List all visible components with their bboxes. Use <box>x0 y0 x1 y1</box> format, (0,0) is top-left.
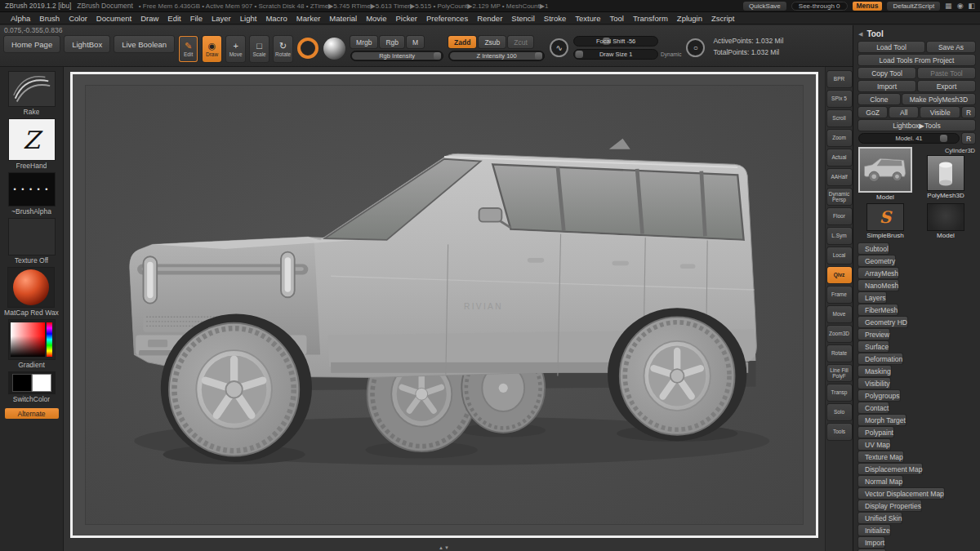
model2-tool-thumb[interactable]: Model <box>916 203 975 239</box>
m-button[interactable]: M <box>407 36 424 48</box>
tool-section[interactable]: Surface <box>858 341 889 352</box>
stroke-icon[interactable]: ∿ <box>550 38 568 57</box>
move-mode-button[interactable]: + Move <box>226 36 245 62</box>
brush-thumbnail[interactable] <box>8 71 56 107</box>
tool-section[interactable]: Layers <box>858 292 886 303</box>
material-thumbnail[interactable] <box>7 267 55 308</box>
goz-button[interactable]: GoZ <box>858 107 887 118</box>
tool-section[interactable]: Deformation <box>858 353 902 364</box>
tool-section[interactable]: Polygroups <box>858 390 900 401</box>
menu-item[interactable]: Texture <box>571 13 604 24</box>
current-alpha-selector[interactable]: • • • • • ~BrushAlpha <box>8 172 56 216</box>
current-material-selector[interactable]: MatCap Red Wax <box>4 267 59 317</box>
menu-item[interactable]: Zscript <box>707 13 739 24</box>
tool-section[interactable]: Unified Skin <box>858 513 902 523</box>
shelf-button[interactable]: BPR <box>827 71 852 87</box>
shelf-button[interactable]: Frame <box>827 287 852 303</box>
rgb-intensity-slider[interactable]: Rgb Intensity <box>350 51 443 61</box>
current-material-sphere[interactable] <box>323 38 345 60</box>
shelf-button[interactable]: SPix 5 <box>827 91 852 107</box>
alpha-thumbnail[interactable]: • • • • • <box>8 172 56 207</box>
tool-section[interactable]: Vector Displacement Map <box>858 488 944 499</box>
simplebrush-tool-thumb[interactable]: S SimpleBrush <box>858 203 912 239</box>
saturation-value-box[interactable] <box>11 322 45 357</box>
lightbox-tools-button[interactable]: Lightbox▶Tools <box>858 120 975 131</box>
switch-color-control[interactable]: SwitchColor <box>8 371 56 403</box>
shelf-button[interactable]: Transp <box>827 384 852 401</box>
menu-item[interactable]: Picker <box>392 13 421 24</box>
shelf-button[interactable]: Dynamic Persp <box>827 189 852 205</box>
zsub-button[interactable]: Zsub <box>479 36 506 48</box>
focal-shift-slider[interactable]: Focal Shift -56 <box>573 36 658 47</box>
clone-button[interactable]: Clone <box>858 94 900 104</box>
current-tool-thumb[interactable]: Model <box>858 147 912 201</box>
lightbox-button[interactable]: LightBox <box>65 36 109 52</box>
tool-section[interactable]: Geometry <box>858 256 895 266</box>
load-tool-button[interactable]: Load Tool <box>858 42 924 52</box>
menu-item[interactable]: Layer <box>207 13 235 24</box>
menu-item[interactable]: Stroke <box>540 13 570 24</box>
default-zscript-button[interactable]: DefaultZScript <box>887 2 940 11</box>
tool-section[interactable]: Morph Target <box>858 415 906 425</box>
stroke-thumbnail[interactable]: Z <box>8 118 56 161</box>
shelf-button[interactable]: Zoom3D <box>827 326 852 342</box>
goz-visible-button[interactable]: Visible <box>920 107 960 118</box>
z-intensity-slider[interactable]: Z Intensity 100 <box>448 51 545 61</box>
shelf-button[interactable]: Solo <box>827 404 852 420</box>
texture-thumbnail[interactable] <box>8 218 56 256</box>
export-button[interactable]: Export <box>918 81 975 91</box>
color-wheel-icon[interactable]: ◉ <box>957 2 964 10</box>
draw-size-slider[interactable]: Draw Size 1 <box>573 49 658 60</box>
collapse-arrow-icon[interactable]: ◀ <box>858 31 862 38</box>
menu-item[interactable]: Transform <box>629 13 672 24</box>
tool-section[interactable]: Subtool <box>858 243 889 254</box>
menu-item[interactable]: Render <box>473 13 506 24</box>
current-stroke-selector[interactable]: Z FreeHand <box>8 118 56 170</box>
tool-section[interactable]: FiberMesh <box>858 304 898 315</box>
suv-model[interactable]: RIVIAN <box>86 86 803 524</box>
model2-preview[interactable] <box>927 203 964 231</box>
current-tool-preview[interactable] <box>858 147 912 193</box>
tool-section[interactable]: Masking <box>858 366 891 376</box>
goz-all-button[interactable]: All <box>889 107 918 118</box>
shelf-button[interactable]: AAHalf <box>827 169 852 185</box>
save-as-button[interactable]: Save As <box>927 42 975 52</box>
load-tools-from-project-button[interactable]: Load Tools From Project <box>858 55 975 65</box>
menu-item[interactable]: Document <box>92 13 136 24</box>
shelf-button[interactable]: Floor <box>827 208 852 224</box>
menu-item[interactable]: Light <box>236 13 261 24</box>
see-through-slider[interactable]: See-through 0 <box>791 2 848 11</box>
grid-icon[interactable]: ▦ <box>945 2 952 10</box>
live-boolean-button[interactable]: Live Boolean <box>114 36 174 52</box>
menu-item[interactable]: Movie <box>362 13 390 24</box>
import-button[interactable]: Import <box>858 81 915 91</box>
rgb-button[interactable]: Rgb <box>380 36 404 48</box>
tool-section[interactable]: Normal Map <box>858 476 902 487</box>
tool-section[interactable]: Texture Map <box>858 451 903 462</box>
current-brush-icon[interactable] <box>297 38 318 59</box>
paste-tool-button[interactable]: Paste Tool <box>918 68 975 78</box>
tool-section[interactable]: Displacement Map <box>858 464 922 474</box>
cylinder-tool-thumb[interactable]: Cylinder3D PolyMesh3D <box>916 147 975 201</box>
color-picker-thumbnail[interactable] <box>8 319 56 360</box>
document-area[interactable]: RIVIAN <box>85 85 804 525</box>
draw-mode-button[interactable]: ◉ Draw <box>203 36 221 62</box>
menu-item[interactable]: Preferences <box>422 13 472 24</box>
menu-item[interactable]: Zplugin <box>673 13 706 24</box>
color-picker[interactable]: Gradient <box>8 319 56 369</box>
simplebrush-preview[interactable]: S <box>866 203 904 231</box>
tool-section[interactable]: Preview <box>858 329 889 340</box>
shelf-button[interactable]: Actual <box>827 149 852 166</box>
menu-item[interactable]: Marker <box>292 13 325 24</box>
shelf-button[interactable]: Rotate <box>827 345 852 362</box>
copy-tool-button[interactable]: Copy Tool <box>858 68 915 78</box>
menu-item[interactable]: Material <box>325 13 361 24</box>
tool-section[interactable]: Geometry HD <box>858 317 907 327</box>
current-brush-selector[interactable]: Rake <box>8 71 56 116</box>
shelf-button[interactable]: Scroll <box>827 110 852 127</box>
tool-section[interactable]: Polypaint <box>858 427 893 438</box>
tool-section[interactable]: ArrayMesh <box>858 268 898 278</box>
tool-section[interactable]: Display Properties <box>858 500 921 511</box>
hue-bar[interactable] <box>47 322 52 357</box>
dynamic-label[interactable]: Dynamic <box>661 51 681 57</box>
